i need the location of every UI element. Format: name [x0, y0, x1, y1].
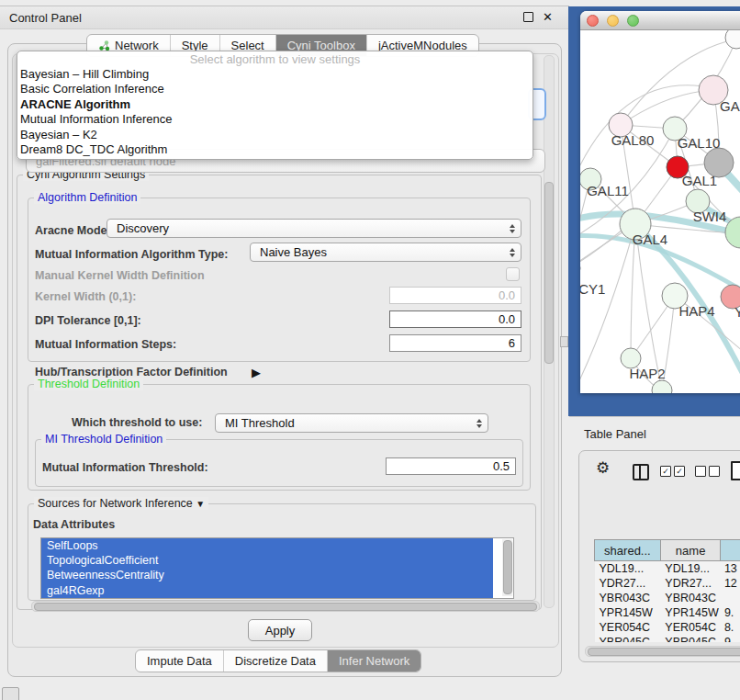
settings-vscrollbar-thumb[interactable]	[544, 182, 554, 364]
table-cell: 9.	[721, 635, 740, 642]
minimize-window-icon[interactable]	[607, 15, 619, 27]
float-panel-icon[interactable]	[523, 12, 533, 22]
network-window-titlebar[interactable]	[580, 11, 740, 30]
column-header-3[interactable]	[721, 540, 740, 561]
table-row[interactable]: YBR045CYBR045C9.	[595, 635, 740, 642]
which-threshold-combo[interactable]: MI Threshold	[215, 413, 488, 433]
node-label: HAP2	[629, 366, 665, 381]
algorithm-option-0[interactable]: Bayesian – Hill Climbing	[17, 67, 533, 82]
attribute-item[interactable]: gal4RGexp	[41, 583, 493, 598]
settings-hscrollbar-thumb[interactable]	[34, 603, 537, 611]
node-label: HAP4	[678, 303, 714, 319]
apply-button[interactable]: Apply	[248, 619, 312, 641]
attribute-item[interactable]: BetweennessCentrality	[41, 568, 493, 582]
table-row[interactable]: YBR043CYBR043C	[595, 591, 740, 605]
algorithm-option-2[interactable]: ARACNE Algorithm	[17, 97, 533, 112]
mi-type-label: Mutual Information Algorithm Type:	[35, 248, 228, 261]
unchecked-box-icon[interactable]	[695, 466, 706, 477]
network-node[interactable]	[652, 380, 672, 393]
node-label: GAL11	[587, 183, 629, 198]
hub-expander-icon[interactable]: ▶	[252, 366, 261, 379]
table-cell: YDR27...	[595, 576, 661, 591]
application-window: Control Panel ✕ Network Style Select Cyn…	[0, 0, 740, 700]
unchecked-box-icon[interactable]	[709, 466, 720, 477]
node-label: GAL1	[682, 173, 717, 188]
table-panel-title: Table Panel	[584, 427, 646, 441]
list-scrollbar-thumb[interactable]	[503, 540, 512, 594]
node-table-panel: ⚙ ✓ ✓ shared... name YDL19...YDL19...13Y…	[578, 450, 740, 662]
checked-box-icon[interactable]: ✓	[674, 466, 685, 477]
column-header-name[interactable]: name	[660, 540, 721, 561]
table-cell: YBR045C	[595, 635, 661, 642]
dpi-tolerance-input[interactable]: 0.0	[389, 310, 521, 328]
network-view-window[interactable]: GALGAL80GAL10GAL1GAL11SWI4GAL4GCY1HAP4YH…	[580, 11, 740, 393]
aracne-mode-combo[interactable]: Discovery	[107, 219, 521, 238]
table-cell: 12	[721, 576, 740, 591]
node-label: GCY1	[580, 281, 605, 297]
table-cell: YER054C	[660, 620, 721, 635]
control-panel-title: Control Panel	[9, 11, 82, 25]
table-cell: 8.	[721, 620, 740, 635]
close-panel-icon[interactable]: ✕	[543, 11, 553, 23]
panel-toggle-button[interactable]	[2, 687, 19, 700]
node-label: GAL10	[678, 135, 721, 151]
mi-threshold-input[interactable]: 0.5	[386, 457, 516, 475]
gear-icon[interactable]: ⚙	[596, 459, 610, 478]
columns-icon[interactable]	[633, 464, 649, 480]
network-edge-thick[interactable]	[681, 366, 740, 393]
column-header-shared[interactable]: shared...	[595, 540, 661, 561]
algorithm-option-1[interactable]: Basic Correlation Inference	[17, 82, 533, 96]
settings-hscrollbar	[31, 601, 540, 612]
kernel-width-input[interactable]: 0.0	[389, 287, 521, 304]
network-canvas[interactable]: GALGAL80GAL10GAL1GAL11SWI4GAL4GCY1HAP4YH…	[580, 30, 740, 393]
tab-discretize-label: Discretize Data	[235, 654, 316, 668]
network-node[interactable]	[725, 30, 740, 49]
mi-steps-input[interactable]: 6	[389, 334, 521, 352]
spinner-arrows-icon	[510, 248, 515, 257]
table-row[interactable]: YPR145WYPR145W9.	[595, 605, 740, 620]
panel-splitter-grip[interactable]	[560, 336, 568, 347]
table-cell: 13	[721, 561, 740, 577]
tab-infer-network[interactable]: Infer Network	[327, 650, 420, 672]
node-table: shared... name YDL19...YDL19...13YDR27..…	[594, 539, 740, 642]
table-cell: YDL19...	[595, 561, 661, 577]
table-cell: YBR043C	[595, 591, 661, 605]
table-row[interactable]: YDL19...YDL19...13	[595, 561, 740, 577]
table-row[interactable]: YDR27...YDR27...12	[595, 576, 740, 591]
aracne-mode-label: Aracne Mode:	[35, 224, 111, 237]
tab-impute-label: Impute Data	[147, 654, 212, 668]
algorithm-option-3[interactable]: Mutual Information Inference	[17, 112, 533, 127]
zoom-window-icon[interactable]	[627, 15, 639, 27]
mi-type-combo[interactable]: Naive Bayes	[250, 243, 521, 262]
tab-discretize-data[interactable]: Discretize Data	[223, 650, 327, 672]
node-label: GAL	[720, 98, 740, 114]
table-hscrollbar-thumb[interactable]	[588, 648, 740, 656]
control-panel-titlebar: Control Panel ✕	[0, 6, 569, 29]
manual-kernel-label: Manual Kernel Width Definition	[35, 269, 205, 282]
algorithm-option-4[interactable]: Bayesian – K2	[17, 128, 533, 142]
node-table-body: YDL19...YDL19...13YDR27...YDR27...12YBR0…	[595, 561, 740, 643]
node-label: Y	[734, 304, 740, 320]
table-cell: YBR043C	[660, 591, 721, 605]
data-attributes-label: Data Attributes	[33, 518, 115, 531]
new-table-icon[interactable]	[731, 461, 740, 480]
attribute-item[interactable]: TopologicalCoefficient	[41, 553, 493, 568]
close-window-icon[interactable]	[587, 15, 599, 27]
mi-steps-label: Mutual Information Steps:	[35, 338, 176, 351]
table-cell: YPR145W	[660, 605, 721, 620]
checked-box-icon[interactable]: ✓	[660, 466, 671, 477]
spinner-arrows-icon	[510, 224, 515, 233]
data-attributes-list[interactable]: SelfLoopsTopologicalCoefficientBetweenne…	[40, 537, 514, 599]
table-cell: YPR145W	[595, 605, 661, 620]
manual-kernel-checkbox[interactable]	[506, 267, 520, 281]
sources-collapse-icon[interactable]: ▼	[196, 499, 205, 509]
tab-impute-data[interactable]: Impute Data	[136, 650, 223, 672]
node-label: GAL4	[633, 231, 667, 247]
node-table-wrapper: shared... name YDL19...YDL19...13YDR27..…	[587, 495, 740, 642]
table-row[interactable]: YER054CYER054C8.	[595, 620, 740, 635]
mi-type-value: Naive Bayes	[260, 245, 327, 259]
attribute-item[interactable]: SelfLoops	[41, 538, 493, 553]
table-cell	[721, 591, 740, 605]
spinner-arrows-icon	[477, 419, 482, 428]
algorithm-option-5[interactable]: Dream8 DC_TDC Algorithm	[17, 142, 533, 157]
